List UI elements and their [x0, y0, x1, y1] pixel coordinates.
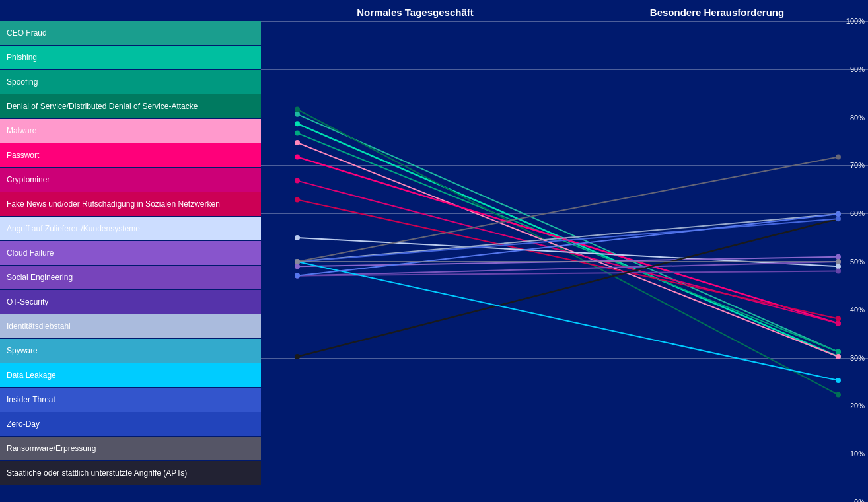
legend-item: OT-Security	[0, 290, 261, 314]
svg-point-26	[836, 264, 841, 269]
main-area: CEO FraudPhishingSpoofingDenial of Servi…	[0, 21, 868, 502]
header-left: Normales Tagesgeschäft	[264, 7, 566, 18]
legend-item: Identitätsdiebstahl	[0, 314, 261, 338]
svg-point-53	[836, 155, 841, 160]
legend-item: Zero-Day	[0, 412, 261, 436]
svg-point-23	[836, 316, 841, 321]
chart-header: Normales Tagesgeschäft Besondere Herausf…	[0, 0, 868, 21]
legend-item: Insider Threat	[0, 388, 261, 412]
legend-item: Denial of Service/Distributed Denial of …	[0, 94, 261, 118]
chart-area: 100%90%80%70%60%50%40%30%20%10%0%	[261, 21, 868, 502]
svg-point-8	[836, 349, 841, 355]
svg-point-35	[836, 268, 841, 273]
svg-point-49	[295, 273, 300, 279]
svg-point-1	[295, 112, 300, 117]
header-right: Besondere Herausforderung	[566, 7, 868, 18]
svg-point-14	[836, 354, 841, 359]
svg-line-36	[297, 214, 838, 262]
svg-line-51	[297, 157, 838, 262]
svg-line-0	[297, 114, 838, 352]
legend-item: Social Engineering	[0, 266, 261, 289]
legend-item: Cryptominer	[0, 168, 261, 192]
svg-point-4	[295, 121, 300, 126]
legend-item: CEO Fraud	[0, 21, 261, 45]
svg-point-22	[295, 197, 300, 202]
legend-item: Ransomware/Erpressung	[0, 437, 261, 460]
svg-point-28	[295, 264, 300, 269]
svg-point-29	[836, 254, 841, 260]
legend-item: Data Leakage	[0, 363, 261, 387]
legend-item: Passwort	[0, 143, 261, 167]
svg-point-20	[836, 321, 841, 326]
legend-item: Staatliche oder stattlich unterstützte A…	[0, 461, 261, 485]
legend-item: Malware	[0, 119, 261, 143]
svg-point-47	[836, 216, 841, 221]
legend-item: Phishing	[0, 46, 261, 69]
legend-item: Spoofing	[0, 70, 261, 94]
legend-item: Spyware	[0, 339, 261, 363]
legend-item: Fake News und/oder Rufschädigung in Sozi…	[0, 192, 261, 216]
chart-svg	[261, 21, 868, 502]
svg-point-40	[295, 354, 300, 359]
svg-point-11	[836, 392, 841, 398]
svg-point-55	[295, 259, 300, 264]
svg-point-25	[295, 235, 300, 240]
svg-line-48	[297, 214, 838, 276]
legend-item: Cloud Failure	[0, 241, 261, 265]
svg-line-12	[297, 143, 838, 357]
svg-point-10	[295, 107, 300, 112]
svg-line-21	[297, 199, 838, 318]
legend-item: Angriff auf Zulieferer-/Kundensysteme	[0, 217, 261, 240]
main-container: Normales Tagesgeschäft Besondere Herausf…	[0, 0, 868, 502]
svg-point-13	[295, 140, 300, 145]
legend-panel: CEO FraudPhishingSpoofingDenial of Servi…	[0, 21, 261, 502]
svg-point-16	[295, 155, 300, 160]
svg-point-50	[836, 211, 841, 217]
svg-point-19	[295, 178, 300, 184]
svg-point-56	[836, 259, 841, 264]
svg-point-7	[295, 131, 300, 136]
svg-point-44	[836, 378, 841, 383]
